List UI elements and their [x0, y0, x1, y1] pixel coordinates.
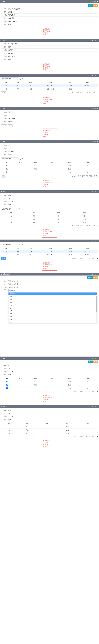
page-first[interactable]: 首页: [76, 258, 79, 260]
select-option[interactable]: 吉林: [8, 307, 97, 310]
select-option[interactable]: 云南: [8, 298, 97, 301]
page-last[interactable]: 尾页: [89, 225, 92, 227]
row-checkbox[interactable]: [6, 381, 8, 382]
delete-icon[interactable]: ✕: [89, 168, 90, 170]
search-icon[interactable]: 🔍: [19, 244, 21, 245]
close-icon[interactable]: [97, 40, 98, 41]
table-row[interactable]: 2白美01111✎✕: [1, 168, 98, 171]
maximize-icon[interactable]: [95, 358, 97, 359]
maximize-icon[interactable]: [95, 141, 97, 142]
search-icon[interactable]: 🔍: [19, 208, 21, 210]
select-option[interactable]: 四川: [8, 310, 97, 312]
edit-icon[interactable]: ✎: [87, 384, 88, 386]
maximize-icon[interactable]: [95, 40, 97, 41]
reset-icon[interactable]: ↻: [22, 78, 23, 80]
refresh-icon[interactable]: [92, 1, 94, 2]
close-icon[interactable]: [97, 1, 98, 2]
delete-icon[interactable]: ✕: [89, 384, 90, 386]
field-input[interactable]: [8, 23, 97, 25]
field-input[interactable]: [8, 20, 97, 22]
reset-icon[interactable]: ↻: [22, 208, 23, 210]
refresh-icon[interactable]: [92, 74, 94, 76]
page-prev[interactable]: 前一页: [80, 258, 84, 260]
reset-icon[interactable]: ↻: [22, 158, 23, 160]
edit-icon[interactable]: ✎: [87, 381, 88, 382]
edit-icon[interactable]: ✎: [87, 388, 88, 389]
row-checkbox[interactable]: [6, 171, 8, 173]
refresh-icon[interactable]: [92, 358, 94, 359]
cancel-button[interactable]: 取消: [93, 360, 98, 363]
edit-icon[interactable]: ✎: [85, 88, 86, 90]
delete-icon[interactable]: ✕: [89, 172, 90, 173]
page-next[interactable]: 下页: [86, 436, 88, 438]
field-input[interactable]: [8, 283, 97, 285]
select-option[interactable]: 安徽: [8, 315, 97, 318]
table-row[interactable]: 2白美01111✎✕: [1, 384, 98, 387]
maximize-icon[interactable]: [95, 108, 97, 109]
search-input[interactable]: 这里输入关键词: [1, 158, 18, 160]
select-option[interactable]: 内蒙: [8, 301, 97, 304]
page-next[interactable]: 下页: [86, 175, 88, 177]
select-option[interactable]: 上海: [8, 295, 97, 298]
refresh-icon[interactable]: [92, 274, 94, 275]
row-checkbox[interactable]: [6, 387, 8, 389]
save-button[interactable]: 保存: [88, 360, 93, 363]
edit-icon[interactable]: ✎: [87, 165, 88, 166]
edit-icon[interactable]: ✎: [85, 254, 86, 256]
maximize-icon[interactable]: [95, 1, 97, 2]
field-input[interactable]: [8, 8, 97, 10]
minimize-icon[interactable]: [94, 406, 95, 408]
page-last[interactable]: 尾页: [89, 175, 92, 177]
add-button[interactable]: 新增: [1, 175, 6, 178]
table-row[interactable]: 3国某02222✎✕: [1, 171, 98, 174]
checkbox-all[interactable]: [6, 162, 8, 163]
page-next[interactable]: 下页: [86, 92, 88, 94]
refresh-icon[interactable]: [92, 40, 94, 41]
maximize-icon[interactable]: [95, 74, 97, 76]
select-option[interactable]: 北京: [8, 304, 97, 307]
close-icon[interactable]: [97, 240, 98, 242]
view-icon[interactable]: 👁: [88, 85, 90, 86]
scrollbar[interactable]: [96, 296, 97, 323]
view-icon[interactable]: 👁: [88, 254, 90, 256]
add-button[interactable]: 新增: [1, 92, 6, 94]
reset-icon[interactable]: ↻: [22, 244, 23, 245]
select-option[interactable]: 请选择地区: [8, 292, 97, 295]
table-row[interactable]: 3国某02222✎✕: [1, 387, 98, 390]
page-size[interactable]: 每页 10 ▾: [93, 391, 98, 392]
delete-icon[interactable]: ✕: [89, 388, 90, 389]
maximize-icon[interactable]: [95, 406, 97, 408]
minimize-icon[interactable]: [94, 274, 95, 275]
close-icon[interactable]: [97, 191, 98, 192]
close-icon[interactable]: [97, 358, 98, 359]
close-icon[interactable]: [97, 108, 98, 109]
field-input[interactable]: [8, 280, 97, 282]
minimize-icon[interactable]: [94, 40, 95, 41]
field-input[interactable]: [8, 11, 97, 13]
next-button[interactable]: 下一步: [87, 276, 93, 279]
table-row[interactable]: 1张三1232021-06-10安徽✎✕👁: [1, 250, 98, 253]
table-row[interactable]: 1孤三0666✎✕: [1, 164, 98, 168]
select-option[interactable]: 山西: [8, 321, 97, 323]
maximize-icon[interactable]: [95, 240, 97, 242]
minimize-icon[interactable]: [94, 191, 95, 192]
delete-icon[interactable]: ✕: [87, 254, 88, 256]
page-last[interactable]: 尾页: [89, 92, 92, 94]
field-input[interactable]: [8, 286, 97, 288]
page-next[interactable]: 下页: [86, 258, 88, 260]
refresh-icon[interactable]: [92, 240, 94, 242]
close-icon[interactable]: [97, 274, 98, 275]
row-checkbox[interactable]: [6, 165, 8, 166]
field-input[interactable]: [8, 17, 97, 19]
cancel-button[interactable]: 取消: [8, 124, 13, 127]
page-last[interactable]: 尾页: [89, 436, 92, 438]
field-input[interactable]: [8, 114, 97, 116]
page-next[interactable]: 下页: [86, 391, 88, 392]
page-first[interactable]: 首页: [76, 391, 79, 392]
maximize-icon[interactable]: [95, 191, 97, 192]
row-checkbox[interactable]: [6, 384, 8, 386]
minimize-icon[interactable]: [94, 1, 95, 2]
minimize-icon[interactable]: [94, 141, 95, 142]
cancel-button[interactable]: 取消: [93, 4, 98, 6]
page-first[interactable]: 首页: [76, 92, 79, 94]
